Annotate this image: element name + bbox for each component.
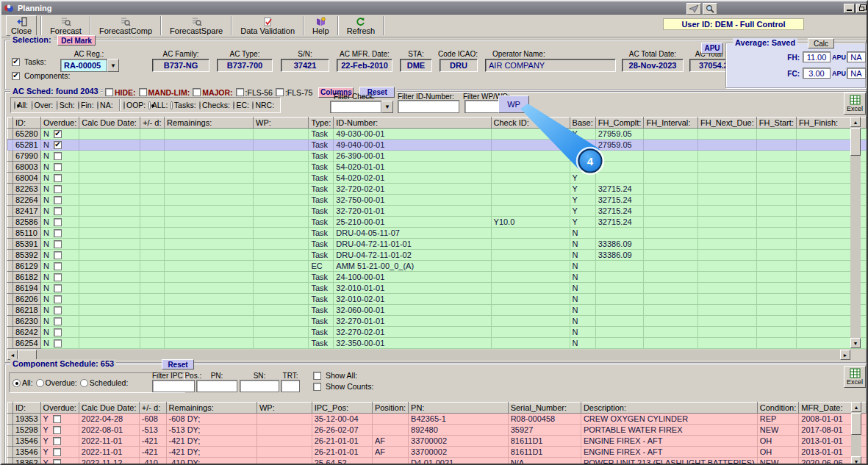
column-header[interactable]: IPC_Pos: <box>312 403 372 414</box>
hide-checkbox[interactable] <box>105 88 113 96</box>
row-checkbox[interactable] <box>54 185 62 193</box>
ac-reg-combo[interactable]: RA-00005 ▼ <box>60 59 119 72</box>
column-header[interactable]: WP: <box>254 118 309 129</box>
scrollbar-thumb[interactable] <box>851 413 861 435</box>
radio-nrc[interactable] <box>252 101 254 109</box>
table-row[interactable]: 82263NTask32-720-02-01Y32715.24 <box>8 184 867 195</box>
scroll-up-button[interactable]: ▲ <box>850 117 861 127</box>
radio-all2[interactable] <box>148 101 150 109</box>
scroll-down-button[interactable]: ▼ <box>850 338 861 348</box>
filter-check-dropdown[interactable]: ▼ <box>330 101 393 113</box>
calc-button[interactable]: Calc <box>808 38 834 48</box>
column-header[interactable]: Remainings: <box>165 118 254 129</box>
row-checkbox[interactable] <box>54 196 62 204</box>
column-header[interactable]: Description: <box>581 403 757 414</box>
column-header[interactable]: Overdue: <box>40 118 79 129</box>
column-header[interactable]: Condition: <box>757 403 799 414</box>
table-row[interactable]: 18362Y2022-11-12-410-410 DY;25-64-52D4-0… <box>8 458 867 465</box>
vertical-scrollbar-2[interactable]: ▲ ▼ <box>851 402 861 465</box>
component-reset-button[interactable]: Reset <box>162 359 194 370</box>
table-row[interactable]: 85391NTaskDRU-04-72-11-01-01N33386.09 <box>8 239 867 250</box>
row-checkbox[interactable]: ✔ <box>54 141 62 149</box>
scroll-down-button[interactable]: ▼ <box>851 456 861 465</box>
radio-comp-scheduled[interactable] <box>80 379 88 387</box>
table-row[interactable]: 86182NTask24-100-00-01N <box>8 272 867 283</box>
column-header[interactable]: Serial_Number: <box>508 403 581 414</box>
table-row[interactable]: 86242NTask32-270-02-01N <box>8 327 867 338</box>
column-header[interactable]: FH_Start: <box>756 118 796 129</box>
column-header[interactable]: FH_Interval: <box>644 118 698 129</box>
radio-checks[interactable] <box>199 101 201 109</box>
row-checkbox[interactable] <box>54 174 62 182</box>
row-checkbox[interactable] <box>54 207 62 215</box>
table-row[interactable]: 15298Y2022-08-01-513-513 DY;26-26-02-078… <box>8 425 867 436</box>
filter-sn-input[interactable] <box>240 380 279 392</box>
row-checkbox[interactable] <box>54 240 62 248</box>
radio-sch[interactable] <box>56 101 57 109</box>
row-checkbox[interactable] <box>54 328 62 336</box>
row-checkbox[interactable] <box>54 262 62 270</box>
table-row[interactable]: 86129NECAMM 51-21-00_0_(A)N <box>8 261 867 272</box>
fc-average-value[interactable]: 3.00 <box>803 68 831 79</box>
fh-average-value[interactable]: 11.00 <box>803 51 831 62</box>
column-header[interactable]: ID-Number: <box>334 118 491 129</box>
restore-button[interactable] <box>856 4 867 13</box>
radio-comp-overdue[interactable] <box>36 379 44 387</box>
row-checkbox[interactable] <box>54 306 62 314</box>
row-checkbox[interactable] <box>54 218 62 226</box>
fls56-checkbox[interactable] <box>236 88 244 96</box>
column-header[interactable]: PN: <box>409 403 509 414</box>
tasks-checkbox[interactable]: ✔ <box>12 58 20 66</box>
column-header[interactable]: Check ID: <box>491 118 570 129</box>
table-row[interactable]: 86206NTask32-010-02-01N <box>8 294 867 305</box>
table-row[interactable]: 86194NTask32-010-01-01N <box>8 283 867 294</box>
mand-lim-checkbox[interactable] <box>139 88 147 96</box>
column-header[interactable]: Type: <box>309 118 334 129</box>
column-header[interactable]: FH_Next_Due: <box>698 118 757 129</box>
table-row[interactable]: 13546Y2022-11-01-421-421 DY;26-21-01-01A… <box>8 447 867 458</box>
excel-export-button[interactable]: Excel <box>844 93 866 115</box>
del-mark-button[interactable]: Del Mark <box>57 35 96 46</box>
column-header[interactable]: Base: <box>570 118 595 129</box>
column-header[interactable]: Calc Due Date: <box>79 118 140 129</box>
horizontal-scrollbar[interactable]: ◄ ► <box>7 350 850 360</box>
column-header[interactable]: FH_Complt: <box>595 118 644 129</box>
table-row[interactable]: 86254NTask32-350-00-01N <box>8 338 867 349</box>
radio-fin[interactable] <box>78 101 79 109</box>
column-header[interactable]: ID: <box>13 403 41 414</box>
radio-oop[interactable] <box>123 101 125 109</box>
table-row[interactable]: 65280N✔Task49-030-00-01Y27959.05 <box>8 129 867 140</box>
excel-export-button-2[interactable]: Excel <box>844 366 866 388</box>
help-button[interactable]: Help <box>308 15 334 36</box>
apu-button[interactable]: APU <box>701 43 723 54</box>
scrollbar-thumb[interactable] <box>850 128 861 156</box>
radio-ec[interactable] <box>233 101 234 109</box>
table-row[interactable]: 19353Y2022-04-28-608-608 DY;35-12-00-04B… <box>8 414 867 425</box>
table-row[interactable]: 85110NTaskDRU-04-05-11-07N <box>8 228 867 239</box>
scroll-up-button[interactable]: ▲ <box>851 402 861 412</box>
row-checkbox[interactable] <box>54 317 62 325</box>
column-header[interactable]: +/- d: <box>140 118 165 129</box>
row-checkbox[interactable] <box>54 163 62 171</box>
refresh-button[interactable]: Refresh <box>342 15 380 36</box>
row-checkbox[interactable] <box>54 284 62 292</box>
fls75-checkbox[interactable] <box>276 88 284 96</box>
components-checkbox[interactable]: ✔ <box>12 72 20 80</box>
column-header[interactable]: Remainings: <box>166 403 257 414</box>
filter-ipc-input[interactable] <box>152 380 195 392</box>
row-checkbox[interactable]: ✔ <box>54 130 62 138</box>
column-header[interactable]: Position: <box>372 403 408 414</box>
row-checkbox[interactable] <box>54 251 62 259</box>
table-row[interactable]: 13546Y2022-11-01-421-421 DY;26-21-01-01A… <box>8 436 867 447</box>
minimize-button[interactable] <box>844 4 855 13</box>
forecastspare-button[interactable]: ForecastSpare <box>165 15 227 36</box>
data-validation-button[interactable]: Data Validation <box>236 15 299 36</box>
radio-na[interactable] <box>97 101 98 109</box>
apu-fc-value[interactable]: NA <box>847 68 866 79</box>
scroll-right-button[interactable]: ► <box>840 350 850 360</box>
show-all-checkbox[interactable] <box>313 372 321 380</box>
row-checkbox[interactable] <box>54 339 62 347</box>
forecastcomp-button[interactable]: ForecastComp <box>95 15 157 36</box>
table-row[interactable]: 82417NTask32-720-01-01Y32715.24 <box>8 206 867 217</box>
table-row[interactable]: 68004NTask54-020-02-01Y <box>8 173 867 184</box>
